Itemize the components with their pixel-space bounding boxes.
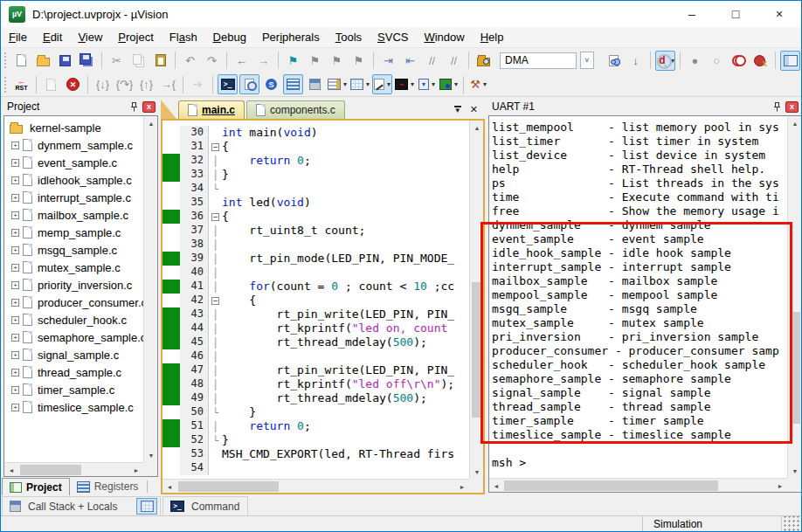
scroll-thumb[interactable] bbox=[178, 481, 279, 492]
expand-icon[interactable]: + bbox=[11, 281, 19, 289]
disable-all-breakpoints-button[interactable] bbox=[729, 51, 749, 71]
menu-item-window[interactable]: Window bbox=[416, 29, 472, 45]
code-line[interactable]: 50└ } bbox=[162, 405, 469, 419]
uart-vscrollbar[interactable]: ▲ ▼ bbox=[787, 116, 801, 478]
code-line[interactable]: 35int led(void) bbox=[162, 196, 469, 210]
fold-marker[interactable]: − bbox=[209, 294, 222, 307]
find-in-files-dialog-button[interactable] bbox=[604, 51, 624, 71]
menu-item-help[interactable]: Help bbox=[473, 29, 512, 45]
code-line[interactable]: 53MSH_CMD_EXPORT(led, RT-Thread firs bbox=[162, 447, 469, 461]
new-file-button[interactable] bbox=[11, 51, 31, 71]
redo-button[interactable]: ↷ bbox=[202, 51, 222, 71]
expand-icon[interactable]: + bbox=[11, 246, 19, 254]
code-line[interactable]: 52└} bbox=[162, 433, 469, 447]
expand-icon[interactable]: + bbox=[11, 229, 19, 237]
scroll-thumb[interactable] bbox=[504, 480, 718, 491]
navigate-forward-button[interactable]: → bbox=[253, 51, 273, 71]
symbol-window-button[interactable]: S bbox=[261, 74, 281, 94]
comment-button[interactable]: // bbox=[422, 51, 442, 71]
fold-marker[interactable]: − bbox=[209, 140, 222, 154]
fold-marker[interactable]: − bbox=[209, 210, 222, 224]
code-line[interactable]: 41│ for(count = 0 ; count < 10 ;cc bbox=[162, 280, 469, 294]
uart-hscrollbar[interactable]: ◄ ► bbox=[489, 478, 787, 492]
scroll-down-icon[interactable]: ▼ bbox=[788, 464, 802, 478]
scroll-up-icon[interactable]: ▲ bbox=[144, 116, 158, 130]
scroll-down-icon[interactable]: ▼ bbox=[144, 448, 158, 462]
next-bookmark-button[interactable]: ⚑ bbox=[305, 51, 325, 71]
tab-list-icon[interactable]: ▼ bbox=[454, 106, 461, 114]
tree-item[interactable]: +memp_sample.c bbox=[4, 224, 143, 241]
expand-icon[interactable]: + bbox=[11, 351, 19, 359]
menu-item-view[interactable]: View bbox=[70, 29, 110, 45]
memory-grid-button[interactable] bbox=[136, 498, 157, 515]
code-line[interactable]: 48│ rt_kprintf("led off\r\n"); bbox=[162, 377, 469, 391]
code-line[interactable]: 42− { bbox=[162, 294, 469, 307]
scroll-right-icon[interactable]: ► bbox=[773, 479, 787, 493]
command-tab[interactable]: >_ Command bbox=[162, 496, 248, 516]
memory-window-button[interactable]: ▾ bbox=[349, 74, 370, 94]
uncomment-button[interactable]: // bbox=[444, 51, 464, 71]
stop-button[interactable]: ✕ bbox=[63, 74, 83, 94]
editor-tab-components-c[interactable]: components.c bbox=[246, 100, 345, 119]
code-line[interactable]: 39│ rt_pin_mode(LED_PIN, PIN_MODE_ bbox=[162, 252, 469, 266]
code-line[interactable]: 37│ rt_uint8_t count; bbox=[162, 224, 469, 238]
copy-button[interactable] bbox=[128, 51, 149, 71]
toolbar-grip[interactable] bbox=[4, 52, 6, 68]
tree-item[interactable]: +timer_sample.c bbox=[4, 381, 143, 398]
code-line[interactable]: 34└ bbox=[162, 182, 469, 196]
project-hscrollbar[interactable]: ◄ ► bbox=[4, 462, 143, 476]
code-line[interactable]: 36−{ bbox=[162, 210, 469, 224]
clear-bookmarks-button[interactable]: ⚑ bbox=[349, 51, 369, 71]
scroll-left-icon[interactable]: ◄ bbox=[4, 463, 18, 477]
resize-grip[interactable] bbox=[782, 516, 801, 531]
save-all-button[interactable] bbox=[77, 51, 97, 71]
expand-icon[interactable]: + bbox=[11, 299, 19, 307]
go-next-button[interactable]: ➔ bbox=[188, 74, 208, 94]
tree-item[interactable]: +semaphore_sample.c bbox=[4, 328, 143, 346]
tree-item[interactable]: +producer_consumer.c bbox=[4, 294, 143, 311]
menu-item-edit[interactable]: Edit bbox=[35, 29, 70, 45]
expand-icon[interactable]: + bbox=[11, 142, 19, 149]
expand-icon[interactable]: + bbox=[11, 316, 19, 324]
window-layout-button[interactable] bbox=[780, 51, 800, 71]
system-viewer-button[interactable]: ▾ bbox=[439, 74, 459, 94]
scroll-left-icon[interactable]: ◄ bbox=[489, 479, 503, 493]
paste-button[interactable] bbox=[150, 51, 170, 71]
serial-window-button[interactable]: ▾ bbox=[372, 74, 392, 94]
trace-window-button[interactable]: ▼▾ bbox=[417, 74, 437, 94]
code-area[interactable]: 30int main(void)31−{32│ return 0;33│}34└… bbox=[162, 121, 469, 479]
menu-item-project[interactable]: Project bbox=[110, 29, 161, 45]
tree-item[interactable]: +mutex_sample.c bbox=[4, 259, 143, 276]
close-button[interactable]: × bbox=[757, 1, 801, 27]
dock-tab-registers[interactable]: Registers bbox=[70, 478, 146, 495]
step-out-button[interactable]: {↑} bbox=[136, 74, 156, 94]
incremental-find-button[interactable]: ↓ bbox=[626, 51, 646, 71]
toolbox-button[interactable]: ⚒▾ bbox=[468, 74, 488, 94]
code-line[interactable]: 51│ return 0; bbox=[162, 419, 469, 433]
minimize-button[interactable]: – bbox=[670, 1, 714, 27]
run-to-cursor-button[interactable]: →{ bbox=[158, 74, 178, 94]
editor-hscrollbar[interactable]: ◄ ► bbox=[162, 479, 469, 493]
code-line[interactable]: 38│ bbox=[162, 238, 469, 252]
watch-window-button[interactable]: ▾ bbox=[327, 74, 348, 94]
navigate-back-button[interactable]: ← bbox=[232, 51, 252, 71]
registers-window-button[interactable] bbox=[283, 74, 303, 94]
file-search-combo-dropdown[interactable]: ˅ bbox=[580, 52, 594, 69]
step-over-button[interactable]: {↷} bbox=[114, 74, 135, 94]
expand-icon[interactable]: + bbox=[11, 404, 19, 411]
menu-item-file[interactable]: File bbox=[1, 29, 35, 45]
menu-item-debug[interactable]: Debug bbox=[205, 29, 254, 45]
tree-item[interactable]: +event_sample.c bbox=[4, 154, 143, 171]
editor-vscrollbar[interactable]: ▲ ▼ bbox=[469, 121, 483, 479]
undo-button[interactable]: ↶ bbox=[180, 51, 200, 71]
editor-tab-main-c[interactable]: main.c bbox=[178, 100, 245, 119]
find-in-files-button[interactable] bbox=[474, 51, 494, 71]
save-button[interactable] bbox=[55, 51, 75, 71]
code-line[interactable]: 30int main(void) bbox=[162, 126, 469, 140]
insert-remove-breakpoint-button[interactable]: ● bbox=[685, 51, 705, 71]
run-button[interactable] bbox=[41, 74, 61, 94]
command-window-button[interactable]: >_ bbox=[218, 74, 238, 94]
expand-icon[interactable]: + bbox=[11, 369, 19, 377]
insert-bookmark-button[interactable]: ⚑ bbox=[283, 51, 303, 71]
enable-disable-breakpoint-button[interactable]: ○ bbox=[707, 51, 727, 71]
